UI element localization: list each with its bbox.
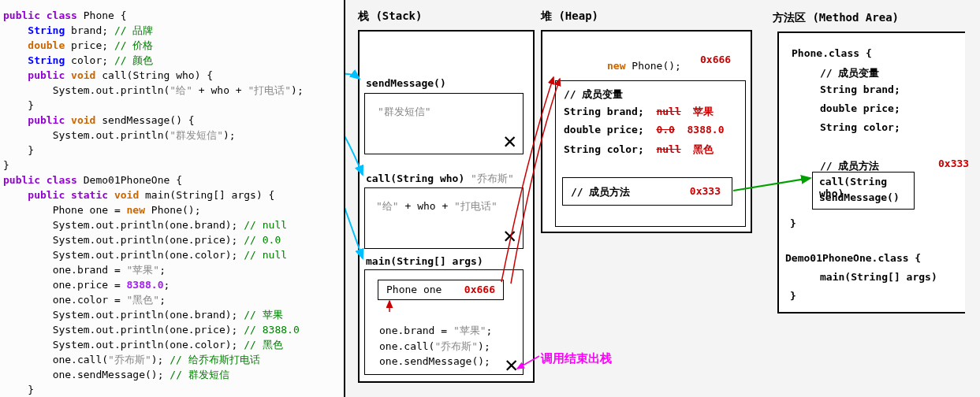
stack-frame-sendmessage-content: "群发短信": [378, 105, 431, 119]
stack-frame-main-box: Phone one 0x666 one.brand = "苹果"; one.ca…: [364, 269, 524, 375]
ma-methods-box: call(String who) sendMessage(): [812, 172, 915, 210]
code-l26: }: [3, 382, 341, 397]
ma-demo-main: main(String[] args): [820, 271, 937, 283]
code-l22: System.out.println(one.price); // 8388.0: [3, 322, 341, 337]
code-l12: public class Demo01PhoneOne {: [3, 173, 341, 187]
x-mark-icon: ✕: [505, 351, 518, 377]
ma-f3: String color;: [820, 121, 900, 133]
ma-f1: String brand;: [820, 83, 900, 95]
heap-method-addr: 0x333: [690, 185, 721, 197]
heap-object-box: // 成员变量 String brand; null 苹果 double pri…: [555, 80, 746, 227]
code-panel: public class Phone { String brand; // 品牌…: [0, 0, 345, 397]
stack-frame-call-box: "给" + who + "打电话" ✕: [364, 187, 524, 249]
code-l25: one.sendMessage(); // 群发短信: [3, 367, 341, 382]
heap-member-method-box: // 成员方法 0x333: [562, 177, 732, 206]
code-l8: public void sendMessage() {: [3, 113, 341, 128]
code-l2: String brand; // 品牌: [3, 23, 341, 38]
code-l5: public void call(String who) {: [3, 68, 341, 83]
memory-panel: 栈 (Stack) sendMessage() "群发短信" ✕ call(St…: [345, 0, 980, 397]
ma-mv-title: // 成员变量: [820, 66, 879, 80]
code-l1: public class Phone {: [3, 8, 341, 23]
code-l6: System.out.println("给" + who + "打电话");: [3, 83, 341, 98]
heap-field-color: String color; null 黑色: [564, 143, 714, 157]
code-l16: System.out.println(one.price); // 0.0: [3, 232, 341, 247]
heap-field-brand: String brand; null 苹果: [564, 105, 714, 119]
stack-main-l2: one.call("乔布斯");: [379, 339, 490, 354]
ma-close1: }: [790, 217, 796, 229]
x-mark-icon: ✕: [503, 222, 516, 248]
code-l13: public static void main(String[] args) {: [3, 187, 341, 202]
code-l23: System.out.println(one.color); // 黑色: [3, 337, 341, 352]
method-area-title: 方法区 (Method Area): [773, 11, 899, 25]
heap-member-method-title: // 成员方法: [571, 185, 630, 199]
code-l14: Phone one = new Phone();: [3, 202, 341, 217]
stack-frame-call-label: call(String who) "乔布斯": [366, 172, 514, 186]
stack-frame-main-label: main(String[] args): [366, 255, 483, 267]
code-l20: one.color = "黑色";: [3, 292, 341, 307]
stack-main-l3: one.sendMessage();: [379, 355, 490, 367]
stack-main-var-box: Phone one 0x666: [378, 280, 504, 300]
code-l18: one.brand = "苹果";: [3, 262, 341, 277]
ma-addr: 0x333: [938, 158, 969, 169]
heap-box: new Phone(); 0x666 // 成员变量 String brand;…: [541, 30, 752, 233]
code-l7: }: [3, 98, 341, 113]
ma-m2: sendMessage(): [819, 191, 900, 203]
stack-frame-call-content: "给" + who + "打电话": [376, 199, 497, 213]
code-l17: System.out.println(one.color); // null: [3, 247, 341, 262]
stack-frame-sendmessage-label: sendMessage(): [366, 77, 446, 89]
heap-field-price: double price; 0.0 8388.0: [564, 124, 725, 135]
code-l11: }: [3, 158, 341, 173]
annotation-pop-stack: 调用结束出栈: [541, 351, 612, 366]
code-l15: System.out.println(one.brand); // null: [3, 217, 341, 232]
heap-addr: 0x666: [700, 54, 731, 65]
code-l4: String color; // 颜色: [3, 53, 341, 68]
stack-main-var: Phone one: [386, 284, 442, 295]
stack-main-addr: 0x666: [464, 284, 495, 295]
stack-title: 栈 (Stack): [358, 9, 422, 24]
stack-box: sendMessage() "群发短信" ✕ call(String who) …: [358, 30, 535, 383]
code-l24: one.call("乔布斯"); // 给乔布斯打电话: [3, 352, 341, 367]
code-l9: System.out.println("群发短信");: [3, 128, 341, 143]
x-mark-icon: ✕: [503, 128, 516, 154]
method-area-box: Phone.class { // 成员变量 String brand; doub…: [777, 32, 965, 314]
heap-member-var-title: // 成员变量: [564, 87, 623, 102]
code-l3: double price; // 价格: [3, 38, 341, 53]
ma-close2: }: [790, 290, 796, 302]
heap-title: 堆 (Heap): [541, 9, 598, 24]
code-l10: }: [3, 143, 341, 158]
ma-f2: double price;: [820, 102, 900, 114]
heap-new-phone: new Phone();: [607, 60, 681, 72]
code-l21: System.out.println(one.brand); // 苹果: [3, 307, 341, 322]
stack-frame-sendmessage-box: "群发短信" ✕: [364, 93, 524, 154]
stack-main-l1: one.brand = "苹果";: [379, 324, 492, 338]
ma-phone-class: Phone.class {: [792, 47, 872, 59]
code-l19: one.price = 8388.0;: [3, 277, 341, 292]
ma-demo-class: Demo01PhoneOne.class {: [785, 252, 921, 264]
